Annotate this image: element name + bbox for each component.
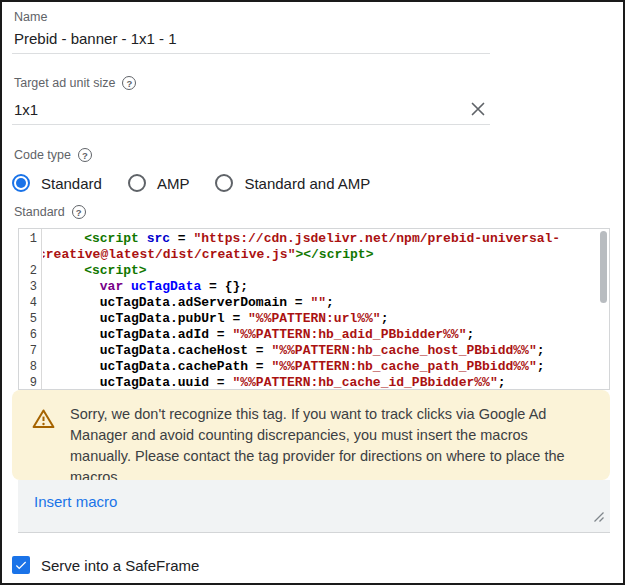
line-number: 9 <box>19 375 41 391</box>
standard-section-label: Standard <box>14 205 86 219</box>
radio-amp[interactable]: AMP <box>128 174 190 192</box>
code-type-radio-group: StandardAMPStandard and AMP <box>12 174 370 192</box>
code-line: ucTagData.pubUrl = "%%PATTERN:url%%"; <box>53 311 601 327</box>
line-number: 1 <box>19 231 41 247</box>
line-number: 2 <box>19 263 41 279</box>
resize-handle-icon[interactable] <box>591 509 605 527</box>
code-type-label-text: Code type <box>14 148 71 162</box>
safeframe-label: Serve into a SafeFrame <box>41 557 199 574</box>
radio-circle-icon[interactable] <box>12 174 30 192</box>
line-number: 7 <box>19 343 41 359</box>
code-content: <script src = "https://cdn.jsdelivr.net/… <box>43 229 609 389</box>
tag-warning-banner: Sorry, we don't recognize this tag. If y… <box>12 390 610 480</box>
radio-label: Standard <box>41 175 102 192</box>
safeframe-checkbox[interactable] <box>12 556 30 574</box>
code-editor[interactable]: 123456789 <script src = "https://cdn.jsd… <box>18 228 610 390</box>
target-size-field <box>12 101 490 125</box>
target-size-field-label: Target ad unit size <box>14 76 136 90</box>
radio-standard[interactable]: Standard <box>12 174 102 192</box>
name-input[interactable] <box>12 30 490 53</box>
creative-settings-panel: Name Target ad unit size Code type Stand… <box>0 0 625 585</box>
help-icon[interactable] <box>72 205 86 219</box>
radio-circle-icon[interactable] <box>215 174 233 192</box>
clear-icon[interactable] <box>468 99 488 119</box>
code-line: <script> <box>53 263 601 279</box>
name-field <box>12 30 490 54</box>
code-type-field-label: Code type <box>14 148 92 162</box>
safeframe-row: Serve into a SafeFrame <box>12 556 199 574</box>
target-size-input[interactable] <box>12 101 490 124</box>
line-number: 4 <box>19 295 41 311</box>
line-number: 5 <box>19 311 41 327</box>
line-number: 8 <box>19 359 41 375</box>
code-line: var ucTagData = {}; <box>53 279 601 295</box>
editor-scrollbar-thumb[interactable] <box>600 231 607 303</box>
radio-circle-icon[interactable] <box>128 174 146 192</box>
line-number: 6 <box>19 327 41 343</box>
warning-icon <box>32 408 55 467</box>
code-line: ucTagData.cacheHost = "%%PATTERN:hb_cach… <box>53 343 601 359</box>
code-line: ucTagData.uuid = "%%PATTERN:hb_cache_id_… <box>53 375 601 389</box>
standard-label-text: Standard <box>14 205 65 219</box>
radio-label: Standard and AMP <box>244 175 370 192</box>
editor-footer-bar: Insert macro <box>18 480 610 533</box>
line-number <box>19 247 41 263</box>
name-label-text: Name <box>14 10 47 24</box>
warning-message: Sorry, we don't recognize this tag. If y… <box>70 403 575 467</box>
code-line: <script src = "https://cdn.jsdelivr.net/… <box>53 231 601 247</box>
help-icon[interactable] <box>78 148 92 162</box>
line-number: 3 <box>19 279 41 295</box>
insert-macro-link[interactable]: Insert macro <box>34 493 117 510</box>
radio-label: AMP <box>157 175 190 192</box>
radio-standard-and-amp[interactable]: Standard and AMP <box>215 174 370 192</box>
help-icon[interactable] <box>122 76 136 90</box>
target-size-label-text: Target ad unit size <box>14 76 115 90</box>
code-line: ucTagData.adServerDomain = ""; <box>53 295 601 311</box>
code-line: ucTagData.adId = "%%PATTERN:hb_adid_PBbi… <box>53 327 601 343</box>
code-line: ucTagData.cachePath = "%%PATTERN:hb_cach… <box>53 359 601 375</box>
line-number-gutter: 123456789 <box>19 229 42 389</box>
name-field-label: Name <box>14 10 47 24</box>
code-line: creative@latest/dist/creative.js"></scri… <box>43 247 601 263</box>
